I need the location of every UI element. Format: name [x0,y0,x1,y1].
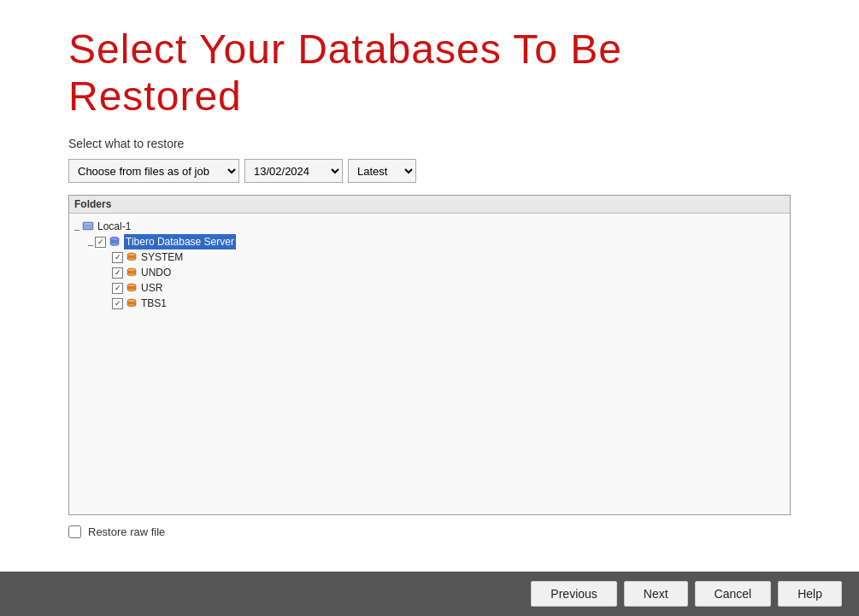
undo-checkbox[interactable] [112,267,123,279]
tree-node-undo[interactable]: UNDO [102,265,785,280]
svg-point-10 [127,257,136,261]
svg-point-19 [127,284,136,287]
svg-rect-1 [84,223,92,225]
tree-node-local1[interactable]: ⎯ Local-1 [74,219,785,234]
help-button[interactable]: Help [778,581,842,607]
cancel-button[interactable]: Cancel [695,581,772,607]
usr-checkbox[interactable] [112,283,123,294]
system-ts-icon [125,251,138,263]
restore-raw-checkbox[interactable] [68,525,81,538]
time-select[interactable]: Latest Earliest [348,159,416,183]
db-server-icon [108,236,121,248]
date-select[interactable]: 13/02/2024 [244,159,343,183]
footer-bar: Previous Next Cancel Help [0,572,859,616]
tree-node-system[interactable]: SYSTEM [102,249,785,265]
local1-label: Local-1 [97,219,131,234]
svg-point-18 [127,288,136,291]
usr-ts-icon [125,282,138,294]
undo-label: UNDO [141,265,171,280]
system-checkbox[interactable] [112,252,123,263]
tbs1-label: TBS1 [141,296,167,311]
previous-button[interactable]: Previous [531,581,616,607]
dropdowns-row: Choose from files as of job Choose from … [68,159,791,183]
select-what-label: Select what to restore [68,137,791,150]
restore-raw-label[interactable]: Restore raw file [88,525,165,538]
toggle-server[interactable]: ⎯ [88,234,93,249]
server-checkbox[interactable] [95,237,106,248]
server-icon [81,220,95,232]
next-button[interactable]: Next [624,581,688,607]
svg-point-7 [110,238,119,241]
svg-point-15 [127,268,136,272]
restore-raw-row: Restore raw file [68,525,791,538]
page-title: Select Your Databases To Be Restored [0,0,859,137]
usr-label: USR [141,280,162,296]
svg-point-14 [127,273,136,276]
restore-option-select[interactable]: Choose from files as of job Choose from … [68,159,239,183]
server-label: Tibero Database Server [124,234,236,249]
toggle-local1[interactable]: ⎯ [74,219,79,234]
tbs1-checkbox[interactable] [112,298,123,309]
svg-point-23 [127,299,136,302]
tree-node-usr[interactable]: USR [102,280,785,296]
tree-node-server[interactable]: ⎯ Tibero Database Server [88,234,785,249]
tbs1-ts-icon [125,297,138,309]
svg-point-22 [127,303,136,307]
system-label: SYSTEM [141,249,183,265]
svg-point-11 [127,253,136,256]
tree-node-tbs1[interactable]: TBS1 [102,296,785,311]
folders-panel: Folders ⎯ Local-1 ⎯ [68,195,791,515]
undo-ts-icon [125,267,138,279]
svg-rect-2 [84,226,92,227]
svg-rect-3 [84,228,92,229]
svg-point-6 [110,243,119,246]
folders-header: Folders [69,196,790,214]
